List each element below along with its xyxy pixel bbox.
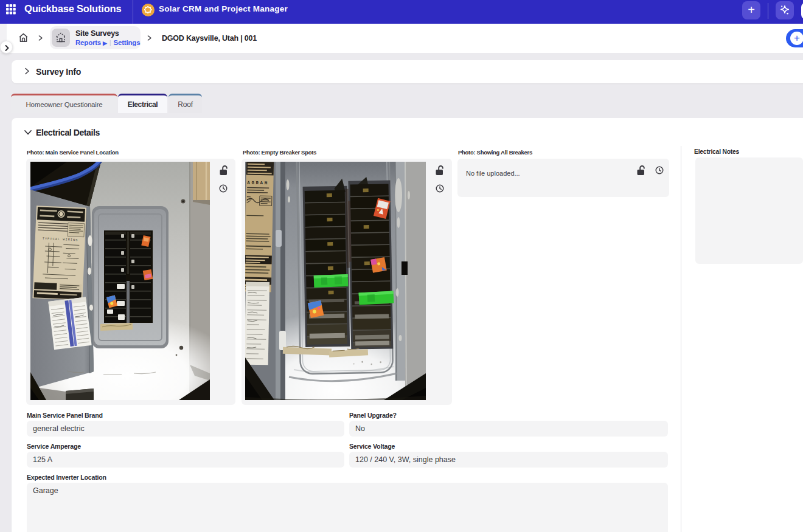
svg-text:AGRAM: AGRAM bbox=[247, 181, 269, 186]
